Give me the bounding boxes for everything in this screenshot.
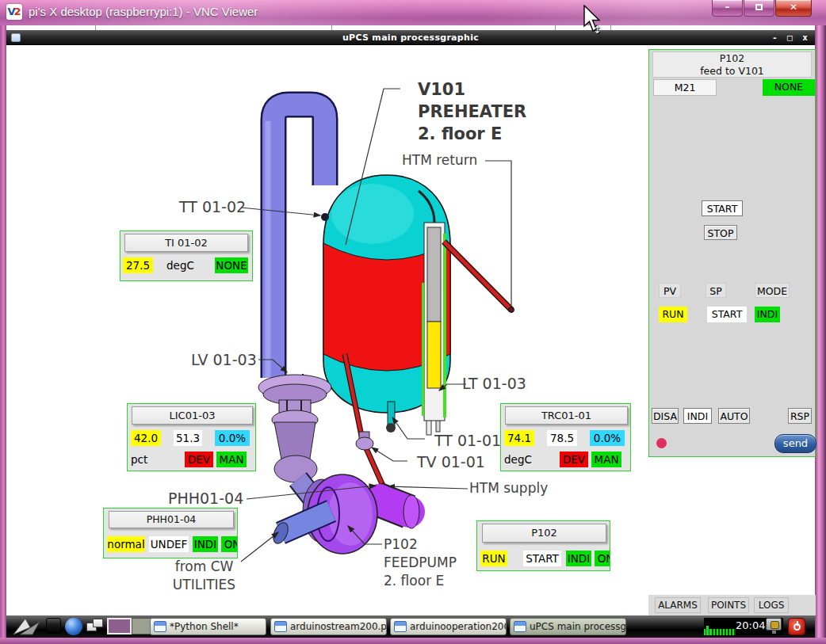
comm-indicator-dot xyxy=(656,438,667,448)
phh0104-label: PHH01-04 xyxy=(168,490,243,507)
trc0101-mode: MAN xyxy=(591,452,621,467)
tag-button[interactable]: M21 xyxy=(653,79,717,96)
panel-ti0102-header[interactable]: TI 01-02 xyxy=(124,234,248,252)
vnc-window-title: pi's X desktop (raspberrypi:1) - VNC Vie… xyxy=(29,5,258,18)
filemanager-icon[interactable] xyxy=(46,618,61,634)
feed-pipe-blue xyxy=(268,105,325,378)
task-python-shell[interactable]: *Python Shell* xyxy=(150,618,266,635)
lic0103-out: 0.0% xyxy=(215,430,250,446)
lic0103-mode: MAN xyxy=(216,452,247,467)
task-arduinostream[interactable]: arduinostream200.py - ... xyxy=(270,618,387,635)
vnc-logo-icon: V2 xyxy=(6,4,22,20)
lv0103-label: LV 01-03 xyxy=(191,351,257,368)
power-button[interactable] xyxy=(788,618,805,635)
panel-trc0101: TRC01-01 74.1 78.5 0.0% degC DEV MAN xyxy=(500,403,631,471)
send-button[interactable]: send xyxy=(774,434,816,453)
trc0101-sp: 78.5 xyxy=(547,430,577,446)
app-window-controls[interactable]: - □ x xyxy=(772,32,810,44)
desktop1-pager[interactable] xyxy=(107,618,132,634)
htm-return-pipe xyxy=(444,242,514,313)
phh0104-v4: ON xyxy=(221,536,238,552)
stop-button[interactable]: STOP xyxy=(704,225,737,240)
lic0103-alarm: DEV xyxy=(185,452,213,467)
browser-icon[interactable] xyxy=(65,618,82,635)
tt0102-label: TT 01-02 xyxy=(179,198,246,215)
panel-lic0103-header[interactable]: LIC01-03 xyxy=(132,406,253,425)
task-window-icon xyxy=(274,621,287,632)
alarm-status-chip: NONE xyxy=(763,79,815,96)
lxde-menu-icon[interactable] xyxy=(13,618,43,635)
lv0103-valve xyxy=(258,374,331,482)
ti0102-unit: degC xyxy=(166,257,194,273)
maximize-button[interactable] xyxy=(744,0,774,17)
from-cw-label: from CW UTILITIES xyxy=(139,558,270,594)
minimize-button[interactable]: – xyxy=(712,0,743,17)
mode-rsp-button[interactable]: RSP xyxy=(788,408,812,424)
p102-v4: ON xyxy=(595,551,610,566)
tt0101-sensor xyxy=(386,402,396,433)
mode-auto-button[interactable]: AUTO xyxy=(718,408,750,424)
sp-value-chip[interactable]: START xyxy=(707,307,747,322)
task-window-icon xyxy=(514,621,526,632)
alarms-button[interactable]: ALARMS xyxy=(655,597,701,613)
resize-cursor-icon: ↕ xyxy=(593,24,602,36)
mode-value-chip: INDI xyxy=(755,307,780,322)
window-pager-icon[interactable] xyxy=(86,618,104,634)
task-window-icon xyxy=(394,621,407,632)
logs-button[interactable]: LOGS xyxy=(754,597,789,613)
task-arduinooperation[interactable]: arduinooperation200.py... xyxy=(390,618,507,635)
window-frame-left xyxy=(0,25,6,638)
vessel-label: V101 PREHEATER 2. floor E xyxy=(418,78,526,145)
bottom-navbar: ALARMS POINTS LOGS xyxy=(648,595,816,615)
panel-p102-header[interactable]: P102 xyxy=(482,524,606,543)
faceplate-p102: P102 feed to V101 M21 NONE START STOP PV… xyxy=(648,49,816,457)
phh0104-v2: UNDEF xyxy=(149,536,189,552)
mode-indi-button[interactable]: INDI xyxy=(683,408,712,424)
trc0101-unit: degC xyxy=(504,452,532,467)
trc0101-out: 0.0% xyxy=(590,430,625,446)
ti0102-value: 27.5 xyxy=(123,257,153,273)
task-window-icon xyxy=(154,621,166,632)
start-button[interactable]: START xyxy=(702,200,743,216)
phh0104-v1: normal xyxy=(107,536,145,552)
panel-phh0104-header[interactable]: PHH01-04 xyxy=(109,511,234,528)
mode-column-label: MODE xyxy=(755,283,790,298)
pv-column-label: PV xyxy=(659,283,681,298)
vnc-titlebar[interactable]: V2 pi's X desktop (raspberrypi:1) - VNC … xyxy=(0,0,826,25)
window-frame-bottom xyxy=(0,638,826,644)
close-button[interactable]: ✕ xyxy=(775,0,812,17)
panel-trc0101-header[interactable]: TRC01-01 xyxy=(505,406,628,425)
trc0101-pv: 74.1 xyxy=(504,430,534,446)
faceplate-header: P102 feed to V101 xyxy=(652,51,812,78)
app-titlebar[interactable]: uPCS main processgraphic - □ x xyxy=(6,30,815,45)
lic0103-sp: 51.3 xyxy=(174,430,202,446)
htm-return-label: HTM return xyxy=(402,152,477,168)
p102-v3: INDI xyxy=(566,551,591,566)
points-button[interactable]: POINTS xyxy=(708,597,749,613)
app-title: uPCS main processgraphic xyxy=(6,32,815,44)
htm-supply-label: HTM supply xyxy=(469,480,548,496)
ti0102-status: NONE xyxy=(215,257,248,273)
tt0102-sensor xyxy=(321,213,329,221)
screenlock-icon[interactable] xyxy=(766,618,782,631)
panel-phh0104: PHH01-04 normal UNDEF INDI ON xyxy=(103,508,238,558)
vnc-viewer-window: V2 pi's X desktop (raspberrypi:1) - VNC … xyxy=(0,0,826,644)
tt0101-label: TT 01-01 xyxy=(434,432,501,449)
task-upcs-active[interactable]: uPCS main processgra... xyxy=(510,618,626,635)
tv0101-label: TV 01-01 xyxy=(417,453,485,471)
p102-v2: START xyxy=(523,551,561,566)
lic0103-unit: pct xyxy=(131,452,147,467)
phh0104-v3: INDI xyxy=(193,536,218,552)
p102-v1: RUN xyxy=(480,551,507,566)
taskbar: *Python Shell* arduinostream200.py - ...… xyxy=(6,615,815,638)
pump-label: P102 FEEDPUMP 2. floor E xyxy=(384,535,457,590)
lic0103-pv: 42.0 xyxy=(131,430,161,446)
maximize-icon xyxy=(755,4,763,10)
mode-disa-button[interactable]: DISA xyxy=(652,408,679,424)
trc0101-alarm: DEV xyxy=(560,452,588,467)
panel-ti0102: TI 01-02 27.5 degC NONE xyxy=(120,231,253,281)
pv-value-chip: RUN xyxy=(659,307,687,322)
sp-column-label: SP xyxy=(706,283,726,298)
lt0103-label: LT 01-03 xyxy=(462,375,526,392)
clock: 20:04 xyxy=(736,619,765,631)
